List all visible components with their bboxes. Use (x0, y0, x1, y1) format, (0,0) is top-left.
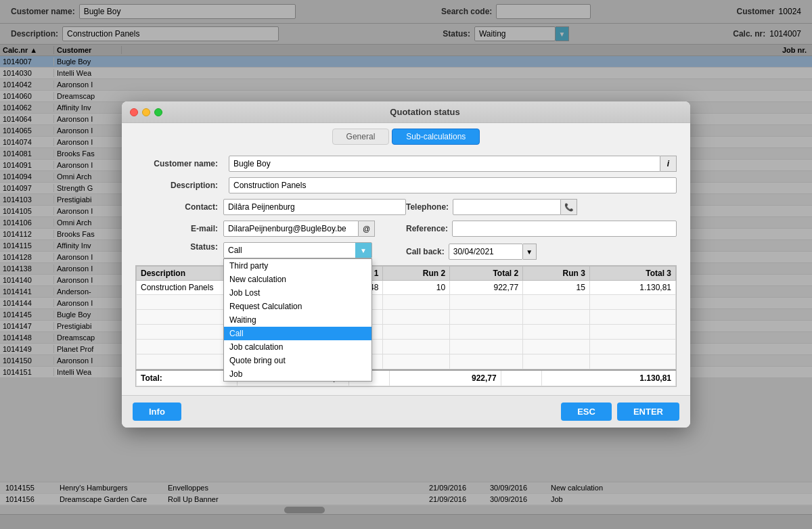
customer-name-field-wrap: i (229, 156, 677, 172)
total-total2: 922,77 (389, 370, 501, 386)
modal-titlebar: Quotation status (122, 101, 690, 123)
enter-button[interactable]: ENTER (617, 402, 679, 421)
info-button[interactable]: Info (133, 402, 181, 421)
modal-customer-name-input[interactable] (229, 156, 660, 172)
telephone-label: Telephone: (406, 202, 449, 212)
traffic-lights (130, 108, 162, 116)
col-header-total2: Total 2 (450, 267, 523, 281)
reference-label: Reference: (406, 224, 448, 233)
sub-table-empty-1 (137, 295, 676, 310)
cell-run3-1: 15 (523, 281, 590, 295)
modal-title: Quotation status (168, 107, 682, 117)
cell-total2-1: 922,77 (450, 281, 523, 295)
dropdown-item-new-calc[interactable]: New calculation (224, 273, 371, 286)
contact-label: Contact: (135, 202, 223, 212)
email-col: E-mail: @ (135, 221, 406, 237)
modal-tabs: General Sub-calculations (122, 123, 690, 147)
dropdown-item-request-calc[interactable]: Request Calculation (224, 300, 371, 313)
dropdown-item-job[interactable]: Job (224, 367, 371, 381)
form-row-customer: Customer name: i (135, 156, 677, 172)
sub-table-total: Total: 581,48 922,77 1.130,81 (136, 369, 676, 386)
modal-footer: Info ESC ENTER (122, 395, 690, 428)
callback-input-wrap: ▼ (449, 244, 537, 260)
dropdown-item-job-lost[interactable]: Job Lost (224, 286, 371, 300)
status-label-modal: Status: (135, 242, 223, 252)
sub-table-empty-4 (137, 340, 676, 354)
callback-col: Call back: ▼ (406, 242, 677, 260)
email-icon[interactable]: @ (359, 221, 375, 237)
form-row-status: Status: Call ▼ Third party New calculati… (135, 242, 677, 260)
dropdown-item-job-calc[interactable]: Job calculation (224, 340, 371, 354)
status-selected-text: Call (224, 246, 355, 255)
customer-info-icon[interactable]: i (660, 156, 677, 172)
form-customer-label: Customer name: (135, 159, 223, 168)
contact-input[interactable] (223, 199, 406, 215)
status-dropdown-arrow[interactable]: ▼ (355, 243, 371, 258)
email-input[interactable] (223, 221, 359, 237)
reference-input[interactable] (452, 221, 677, 237)
modal-overlay: Quotation status General Sub-calculation… (0, 0, 812, 529)
dropdown-item-third-party[interactable]: Third party (224, 259, 371, 273)
col-header-total3: Total 3 (589, 267, 675, 281)
dropdown-item-call[interactable]: Call (224, 327, 371, 340)
footer-right-buttons: ESC ENTER (561, 402, 679, 421)
cell-run2-1: 10 (383, 281, 450, 295)
email-field-wrap: @ (223, 221, 375, 237)
close-button[interactable] (130, 108, 138, 116)
form-row-description: Description: (135, 177, 677, 193)
callback-input[interactable] (449, 244, 523, 260)
form-row-email-ref: E-mail: @ Reference: (135, 221, 677, 237)
status-dropdown-list: Third party New calculation Job Lost Req… (223, 258, 372, 382)
status-dropdown-wrap: Call ▼ Third party New calculation Job L… (223, 242, 372, 258)
esc-button[interactable]: ESC (561, 402, 612, 421)
form-description-label: Description: (135, 181, 223, 190)
modal-description-input[interactable] (229, 177, 677, 193)
quotation-status-modal: Quotation status General Sub-calculation… (122, 101, 690, 428)
telephone-col: Telephone: 📞 (406, 199, 677, 215)
telephone-icon[interactable]: 📞 (561, 199, 577, 215)
total-label: Total: (137, 370, 238, 386)
total-run3-empty (501, 370, 541, 386)
email-label: E-mail: (135, 224, 223, 233)
col-header-run2: Run 2 (383, 267, 450, 281)
sub-table-row-1: Construction Panels 581,48 10 922,77 15 … (137, 281, 676, 295)
telephone-input[interactable] (453, 199, 561, 215)
sub-table-empty-5 (137, 354, 676, 369)
status-col: Status: Call ▼ Third party New calculati… (135, 242, 406, 258)
total-total3: 1.130,81 (541, 370, 675, 386)
sub-table-empty-3 (137, 325, 676, 340)
status-select-btn[interactable]: Call ▼ (223, 242, 372, 258)
maximize-button[interactable] (154, 108, 162, 116)
modal-body: Customer name: i Description: Contact: T… (122, 147, 690, 395)
reference-col: Reference: (406, 221, 677, 237)
sub-table-wrap: Description Total 1 Run 2 Total 2 Run 3 … (135, 265, 677, 387)
minimize-button[interactable] (142, 108, 150, 116)
dropdown-item-waiting[interactable]: Waiting (224, 313, 371, 327)
telephone-field-wrap: 📞 (453, 199, 577, 215)
callback-calendar-icon[interactable]: ▼ (523, 244, 537, 260)
callbacklabel: Call back: (406, 247, 445, 256)
form-row-contact-tel: Contact: Telephone: 📞 (135, 199, 677, 215)
col-header-run3: Run 3 (523, 267, 590, 281)
cell-total3-1: 1.130,81 (589, 281, 675, 295)
dropdown-item-quote-bring-out[interactable]: Quote bring out (224, 354, 371, 367)
sub-table-empty-2 (137, 310, 676, 325)
contact-col: Contact: (135, 199, 406, 215)
sub-table: Description Total 1 Run 2 Total 2 Run 3 … (136, 266, 676, 369)
tab-general[interactable]: General (332, 129, 390, 145)
tab-subcalculations[interactable]: Sub-calculations (392, 129, 480, 145)
sub-table-header-row: Description Total 1 Run 2 Total 2 Run 3 … (137, 267, 676, 281)
total-row: Total: 581,48 922,77 1.130,81 (137, 370, 676, 386)
